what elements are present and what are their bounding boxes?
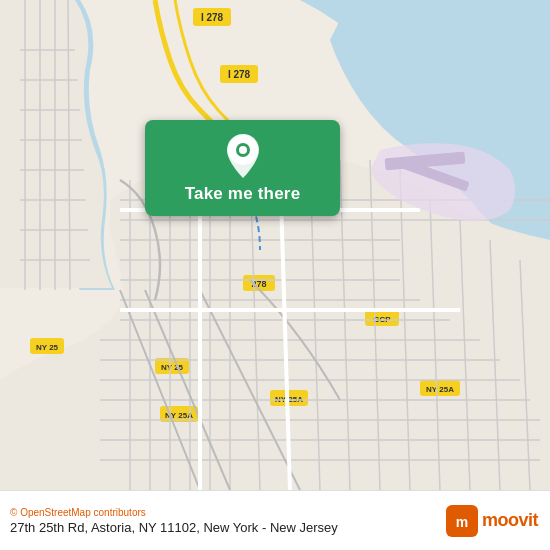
footer-left: © OpenStreetMap contributors 27th 25th R…	[10, 507, 338, 535]
footer: © OpenStreetMap contributors 27th 25th R…	[0, 490, 550, 550]
svg-point-65	[239, 146, 247, 154]
moovit-logo: m moovit	[446, 505, 538, 537]
svg-text:NY 25: NY 25	[36, 343, 59, 352]
svg-text:NY 25A: NY 25A	[426, 385, 454, 394]
brand-name: moovit	[482, 510, 538, 531]
attribution-text: © OpenStreetMap contributors	[10, 507, 338, 518]
svg-text:I 278: I 278	[201, 12, 224, 23]
map-container: I 278 I 278 278 NY 25 NY 25 NY 25A NY 25…	[0, 0, 550, 490]
location-pin-icon	[225, 134, 261, 178]
moovit-icon: m	[446, 505, 478, 537]
address-text: 27th 25th Rd, Astoria, NY 11102, New Yor…	[10, 520, 338, 535]
map-background: I 278 I 278 278 NY 25 NY 25 NY 25A NY 25…	[0, 0, 550, 490]
svg-text:I 278: I 278	[228, 69, 251, 80]
take-me-there-card[interactable]: Take me there	[145, 120, 340, 216]
take-me-there-button-label: Take me there	[185, 184, 301, 204]
svg-text:m: m	[456, 514, 468, 530]
